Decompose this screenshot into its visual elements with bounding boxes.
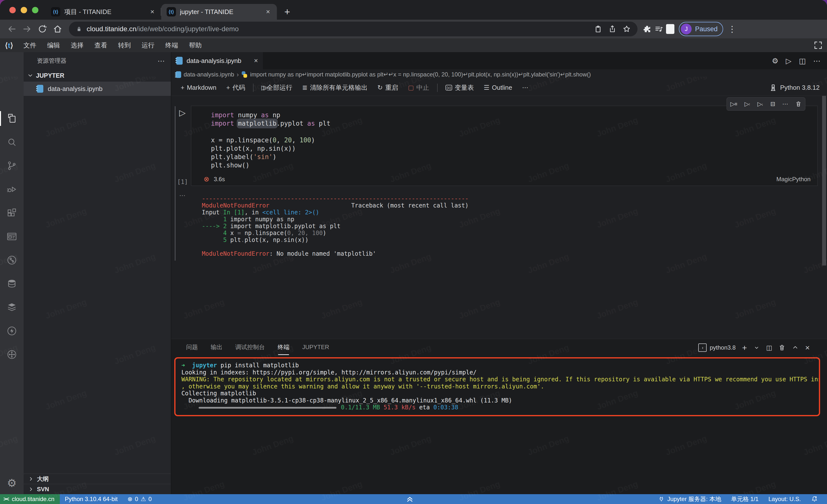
menu-selection[interactable]: 选择 bbox=[65, 41, 89, 50]
cell-language-label[interactable]: MagicPython bbox=[776, 176, 811, 183]
outline-section[interactable]: 大纲 bbox=[23, 473, 171, 484]
minimize-window-button[interactable] bbox=[21, 7, 27, 13]
profile-chip[interactable]: J Paused bbox=[679, 22, 723, 36]
execute-above-icon[interactable]: ▷↑ bbox=[744, 101, 750, 107]
run-cell-button[interactable]: ▷ bbox=[179, 108, 186, 117]
settings-gear-icon[interactable]: ⚙ bbox=[0, 477, 23, 489]
split-terminal-icon[interactable]: ◫ bbox=[766, 344, 772, 351]
cell-position-status[interactable]: 单元格 1/1 bbox=[726, 495, 764, 503]
share-icon[interactable] bbox=[608, 24, 617, 34]
tab-problems[interactable]: 问题 bbox=[186, 343, 198, 352]
restart-kernel-button[interactable]: ↻重启 bbox=[373, 83, 402, 92]
run-debug-icon[interactable] bbox=[0, 180, 23, 198]
browser-menu-icon[interactable]: ⋮ bbox=[726, 24, 739, 34]
tab-debug-console[interactable]: 调试控制台 bbox=[235, 343, 265, 352]
database-icon[interactable] bbox=[0, 275, 23, 292]
workspace-section-jupyter[interactable]: JUPYTER bbox=[23, 69, 171, 81]
close-panel-icon[interactable]: × bbox=[805, 343, 810, 352]
tab-terminal[interactable]: 终端 bbox=[278, 343, 289, 352]
browser-tab-project[interactable]: ⟨t⟩ 项目 - TITANIDE × bbox=[46, 4, 161, 20]
editor-area: data-analysis.ipynb × ⚙ ▷ ◫ ⋯ data-analy… bbox=[171, 52, 827, 494]
menu-run[interactable]: 运行 bbox=[136, 41, 160, 50]
variables-button[interactable]: (x)变量表 bbox=[442, 83, 478, 92]
side-panel-icon[interactable] bbox=[666, 24, 674, 34]
new-terminal-icon[interactable]: + bbox=[742, 343, 747, 352]
run-all-button[interactable]: ▷▷ 全部运行 bbox=[257, 83, 296, 92]
explorer-icon[interactable] bbox=[0, 110, 23, 127]
kill-terminal-icon[interactable] bbox=[779, 344, 785, 351]
zoom-window-button[interactable] bbox=[32, 7, 38, 13]
remote-indicator[interactable]: >< cloud.titanide.cn bbox=[0, 494, 60, 504]
keyboard-layout-status[interactable]: Layout: U.S. bbox=[764, 496, 806, 503]
cell-code-editor[interactable]: import numpy as npimport matplotlib.pypl… bbox=[211, 111, 813, 169]
jupyter-server-status[interactable]: Jupyter 服务器: 本地 bbox=[653, 495, 726, 503]
cell-more-icon[interactable]: ⋯ bbox=[782, 101, 788, 107]
home-icon[interactable] bbox=[51, 22, 64, 36]
add-markdown-button[interactable]: +Markdown bbox=[177, 84, 220, 92]
url-bar[interactable]: cloud.titanide.cn/ide/web/coding/jupyter… bbox=[69, 22, 637, 37]
new-tab-button[interactable]: + bbox=[280, 5, 294, 19]
editor-scrollbar[interactable] bbox=[822, 96, 826, 266]
search-icon[interactable] bbox=[0, 133, 23, 151]
extensions-icon[interactable] bbox=[0, 204, 23, 222]
git-graph-icon[interactable] bbox=[0, 251, 23, 269]
code-cell[interactable]: import numpy as npimport matplotlib.pypl… bbox=[191, 106, 818, 186]
reload-icon[interactable] bbox=[36, 22, 49, 36]
remote-browser-icon[interactable] bbox=[0, 228, 23, 245]
menu-file[interactable]: 文件 bbox=[18, 41, 42, 50]
menu-help[interactable]: 帮助 bbox=[183, 41, 207, 50]
playlist-icon[interactable] bbox=[654, 24, 664, 34]
titanide-logo[interactable]: ⟨t⟩ bbox=[5, 41, 13, 50]
close-tab-icon[interactable]: × bbox=[149, 8, 156, 16]
extensions-puzzle-icon[interactable] bbox=[642, 24, 652, 34]
execute-below-icon[interactable]: ▷↓ bbox=[757, 101, 763, 107]
back-icon[interactable] bbox=[5, 22, 18, 36]
clear-outputs-button[interactable]: ≣清除所有单元格输出 bbox=[298, 83, 372, 92]
terminal-dropdown-icon[interactable] bbox=[753, 344, 760, 351]
python-interpreter-status[interactable]: Python 3.10.4 64-bit bbox=[60, 496, 123, 503]
notifications-bell-icon[interactable] bbox=[806, 495, 823, 503]
problems-status[interactable]: ⊗ 0 ⚠ 0 bbox=[123, 496, 156, 503]
breadcrumb[interactable]: data-analysis.ipynb › import numpy as np… bbox=[171, 69, 827, 80]
editor-more-icon[interactable]: ⋯ bbox=[813, 57, 821, 65]
interrupt-button[interactable]: ▢中止 bbox=[404, 83, 433, 92]
terminal-shell-chip[interactable]: › python3.8 bbox=[698, 343, 735, 352]
thunder-icon[interactable] bbox=[0, 322, 23, 340]
menu-go[interactable]: 转到 bbox=[112, 41, 136, 50]
remote-hub-icon[interactable] bbox=[0, 346, 23, 363]
clipboard-icon[interactable] bbox=[594, 24, 602, 34]
menu-terminal[interactable]: 终端 bbox=[160, 41, 183, 50]
run-icon[interactable]: ▷ bbox=[786, 57, 791, 65]
outline-button[interactable]: ☰Outline bbox=[480, 84, 516, 92]
editor-tab-notebook[interactable]: data-analysis.ipynb × bbox=[171, 52, 263, 69]
explorer-more-icon[interactable]: ⋯ bbox=[157, 57, 165, 65]
panel-expand-chevrons[interactable] bbox=[405, 494, 415, 504]
tab-jupyter[interactable]: JUPYTER bbox=[302, 344, 329, 351]
forward-icon[interactable] bbox=[21, 22, 34, 36]
close-window-button[interactable] bbox=[9, 7, 16, 13]
terminal-content[interactable]: ➜ jupyter pip install matplotlibLooking … bbox=[181, 362, 816, 411]
bookmark-star-icon[interactable] bbox=[622, 24, 631, 34]
kernel-picker[interactable]: Python 3.8.12 bbox=[769, 83, 827, 92]
notebook-settings-gear-icon[interactable]: ⚙ bbox=[772, 57, 779, 65]
toolbar-more-icon[interactable]: ⋯ bbox=[518, 84, 532, 92]
add-code-button[interactable]: +代码 bbox=[222, 83, 249, 92]
tab-output[interactable]: 输出 bbox=[211, 343, 223, 352]
output-collapse-handle[interactable]: ⋯ bbox=[179, 192, 186, 200]
layers-icon[interactable] bbox=[0, 298, 23, 316]
close-editor-icon[interactable]: × bbox=[254, 57, 258, 65]
close-tab-icon[interactable]: × bbox=[264, 8, 272, 16]
source-control-icon[interactable] bbox=[0, 157, 23, 175]
maximize-panel-icon[interactable] bbox=[792, 344, 799, 351]
fullscreen-icon[interactable] bbox=[813, 40, 823, 52]
menu-view[interactable]: 查看 bbox=[89, 41, 112, 50]
browser-tab-jupyter[interactable]: ⟨t⟩ jupyter - TITANIDE × bbox=[161, 4, 277, 20]
terminal-highlight-box: ➜ jupyter pip install matplotlibLooking … bbox=[174, 357, 820, 416]
split-cell-icon[interactable]: ⊟ bbox=[770, 101, 775, 107]
split-editor-icon[interactable]: ◫ bbox=[799, 57, 806, 65]
delete-cell-icon[interactable] bbox=[795, 101, 801, 107]
file-item-notebook[interactable]: data-analysis.ipynb bbox=[23, 81, 171, 96]
execute-cell-and-below-icon[interactable]: ▷≣ bbox=[730, 101, 737, 107]
svn-section[interactable]: SVN bbox=[23, 484, 171, 494]
menu-edit[interactable]: 编辑 bbox=[42, 41, 65, 50]
